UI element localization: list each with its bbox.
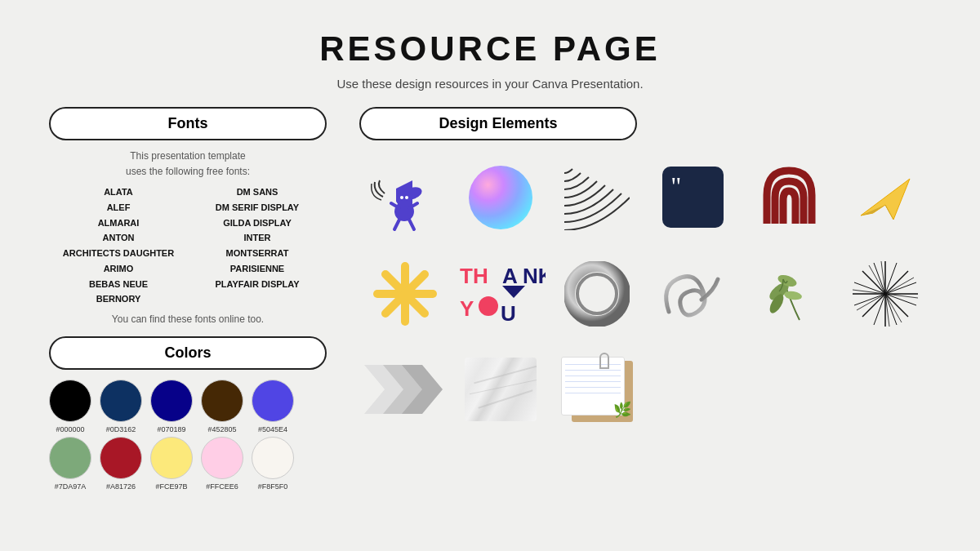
megaphone-svg xyxy=(370,162,439,232)
swatch-color xyxy=(150,437,193,479)
svg-text:Y: Y xyxy=(460,296,474,321)
swatch-darkblue: #070189 xyxy=(150,380,193,433)
swatch-color xyxy=(150,380,193,422)
fonts-section-box: Fonts xyxy=(49,107,327,140)
svg-point-9 xyxy=(405,196,408,199)
ring-svg xyxy=(564,261,630,327)
fonts-online-text: You can find these fonts online too. xyxy=(49,313,327,325)
swatch-color xyxy=(201,437,243,479)
design-arch xyxy=(744,152,835,243)
svg-point-8 xyxy=(400,196,403,199)
swatch-color xyxy=(252,380,294,422)
swatch-color xyxy=(201,380,243,422)
swatch-color xyxy=(252,437,294,479)
design-sunburst xyxy=(840,248,931,340)
svg-text:TH: TH xyxy=(460,264,488,288)
swatch-color xyxy=(49,437,91,479)
design-metallic-ring xyxy=(551,248,643,340)
star-svg xyxy=(372,261,438,327)
swatch-color xyxy=(49,380,91,422)
color-swatches-row1: #000000 #0D3162 #070189 #452805 #5045E4 xyxy=(49,380,327,433)
swatch-yellow: #FCE97B xyxy=(150,437,193,491)
swatch-brown: #452805 xyxy=(201,380,243,433)
swatch-pink: #FFCEE6 xyxy=(201,437,243,491)
left-column: Fonts This presentation template uses th… xyxy=(49,107,327,491)
design-notepad: 🌿 xyxy=(551,344,643,435)
swatch-navy: #0D3162 xyxy=(100,380,142,433)
svg-text:A: A xyxy=(502,264,518,288)
svg-point-22 xyxy=(479,296,498,316)
design-silver-script xyxy=(648,248,739,340)
design-marble xyxy=(456,344,547,435)
swatch-red: #A81726 xyxy=(100,437,142,491)
design-leaf xyxy=(744,248,835,340)
arch-svg xyxy=(759,167,820,228)
design-arrows xyxy=(359,344,451,435)
swatch-cream: #F8F5F0 xyxy=(252,437,294,491)
fonts-col-2: DM SANS DM SERIF DISPLAY GILDA DISPLAY I… xyxy=(188,184,327,307)
swatch-color xyxy=(100,380,142,422)
page-title: RESOURCE PAGE xyxy=(0,0,980,69)
design-paper-plane xyxy=(840,152,931,243)
thankyou-svg: TH A NK Y U xyxy=(456,257,546,331)
arrows-svg xyxy=(360,361,450,418)
svg-point-25 xyxy=(577,274,617,313)
arcs-svg xyxy=(564,165,630,230)
svg-line-4 xyxy=(409,220,414,229)
design-grid: " xyxy=(359,152,931,435)
script-svg xyxy=(657,263,730,324)
design-concentric-arcs xyxy=(551,152,643,243)
page-subtitle: Use these design resources in your Canva… xyxy=(0,77,980,91)
design-thankyou: TH A NK Y U xyxy=(456,248,547,340)
swatch-color xyxy=(100,437,142,479)
color-swatches-row2: #7DA97A #A81726 #FCE97B #FFCEE6 #F8F5F0 xyxy=(49,437,327,491)
design-quote-block: " xyxy=(648,152,739,243)
sunburst-svg xyxy=(849,258,921,330)
design-star xyxy=(359,248,451,340)
fonts-col-1: ALATA ALEF ALMARAI ANTON ARCHITECTS DAUG… xyxy=(49,184,188,307)
colors-section: Colors #000000 #0D3162 #070189 #452805 xyxy=(49,336,327,491)
swatch-purple: #5045E4 xyxy=(252,380,294,433)
svg-point-7 xyxy=(396,191,412,207)
design-megaphone xyxy=(359,152,451,243)
svg-marker-20 xyxy=(502,286,525,298)
design-gradient-ball xyxy=(456,152,547,243)
fonts-grid: ALATA ALEF ALMARAI ANTON ARCHITECTS DAUG… xyxy=(49,184,327,307)
svg-text:NK: NK xyxy=(523,264,546,288)
fonts-description: This presentation template uses the foll… xyxy=(49,149,327,180)
leaf-svg xyxy=(759,263,820,324)
swatch-green: #7DA97A xyxy=(49,437,91,491)
right-column: Design Elements xyxy=(359,107,931,491)
design-elements-box: Design Elements xyxy=(359,107,637,140)
svg-line-3 xyxy=(394,220,399,229)
plane-svg xyxy=(857,171,914,224)
swatch-black: #000000 xyxy=(49,380,91,433)
colors-section-box: Colors xyxy=(49,336,327,370)
svg-text:U: U xyxy=(501,301,516,326)
